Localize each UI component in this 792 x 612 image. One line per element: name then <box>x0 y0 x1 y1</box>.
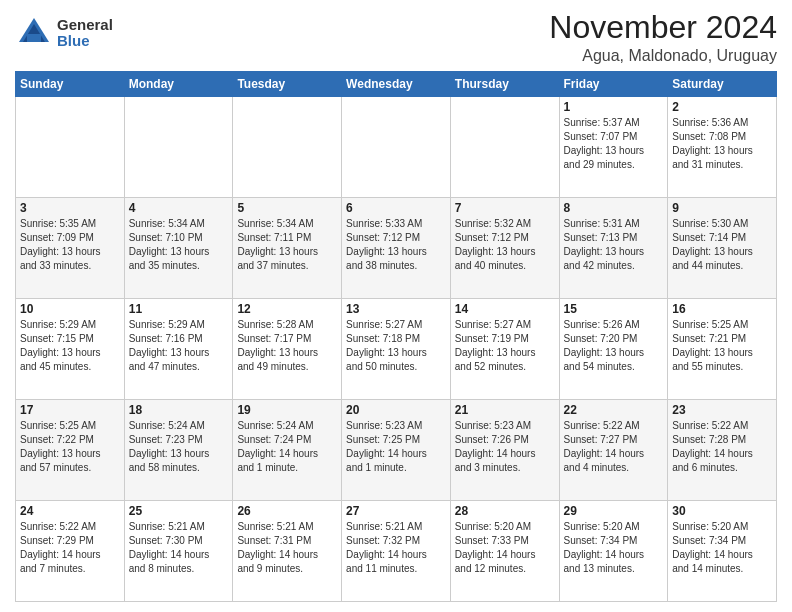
calendar-cell: 20Sunrise: 5:23 AMSunset: 7:25 PMDayligh… <box>342 400 451 501</box>
day-info: Sunrise: 5:26 AMSunset: 7:20 PMDaylight:… <box>564 318 664 374</box>
day-info: Sunrise: 5:21 AMSunset: 7:30 PMDaylight:… <box>129 520 229 576</box>
calendar-week-row: 24Sunrise: 5:22 AMSunset: 7:29 PMDayligh… <box>16 501 777 602</box>
calendar-cell: 19Sunrise: 5:24 AMSunset: 7:24 PMDayligh… <box>233 400 342 501</box>
weekday-header-monday: Monday <box>124 72 233 97</box>
calendar-cell: 4Sunrise: 5:34 AMSunset: 7:10 PMDaylight… <box>124 198 233 299</box>
day-number: 22 <box>564 403 664 417</box>
logo-icon <box>15 14 53 52</box>
day-number: 29 <box>564 504 664 518</box>
calendar-cell: 3Sunrise: 5:35 AMSunset: 7:09 PMDaylight… <box>16 198 125 299</box>
svg-rect-2 <box>27 34 41 42</box>
calendar-cell <box>124 97 233 198</box>
day-info: Sunrise: 5:21 AMSunset: 7:32 PMDaylight:… <box>346 520 446 576</box>
calendar-week-row: 3Sunrise: 5:35 AMSunset: 7:09 PMDaylight… <box>16 198 777 299</box>
logo-text: General Blue <box>57 17 113 50</box>
day-number: 8 <box>564 201 664 215</box>
day-info: Sunrise: 5:29 AMSunset: 7:15 PMDaylight:… <box>20 318 120 374</box>
logo-general-text: General <box>57 17 113 34</box>
day-number: 14 <box>455 302 555 316</box>
day-info: Sunrise: 5:30 AMSunset: 7:14 PMDaylight:… <box>672 217 772 273</box>
logo: General Blue <box>15 14 113 52</box>
day-number: 19 <box>237 403 337 417</box>
day-number: 25 <box>129 504 229 518</box>
day-number: 30 <box>672 504 772 518</box>
calendar-cell <box>16 97 125 198</box>
calendar-cell: 15Sunrise: 5:26 AMSunset: 7:20 PMDayligh… <box>559 299 668 400</box>
day-info: Sunrise: 5:22 AMSunset: 7:29 PMDaylight:… <box>20 520 120 576</box>
calendar-week-row: 17Sunrise: 5:25 AMSunset: 7:22 PMDayligh… <box>16 400 777 501</box>
day-number: 6 <box>346 201 446 215</box>
day-info: Sunrise: 5:23 AMSunset: 7:26 PMDaylight:… <box>455 419 555 475</box>
day-info: Sunrise: 5:27 AMSunset: 7:19 PMDaylight:… <box>455 318 555 374</box>
logo-blue-text: Blue <box>57 33 113 50</box>
day-number: 18 <box>129 403 229 417</box>
day-info: Sunrise: 5:24 AMSunset: 7:23 PMDaylight:… <box>129 419 229 475</box>
calendar-cell: 23Sunrise: 5:22 AMSunset: 7:28 PMDayligh… <box>668 400 777 501</box>
day-number: 20 <box>346 403 446 417</box>
calendar-cell <box>233 97 342 198</box>
day-info: Sunrise: 5:25 AMSunset: 7:22 PMDaylight:… <box>20 419 120 475</box>
calendar-cell: 30Sunrise: 5:20 AMSunset: 7:34 PMDayligh… <box>668 501 777 602</box>
calendar-cell: 28Sunrise: 5:20 AMSunset: 7:33 PMDayligh… <box>450 501 559 602</box>
day-info: Sunrise: 5:35 AMSunset: 7:09 PMDaylight:… <box>20 217 120 273</box>
calendar-cell: 1Sunrise: 5:37 AMSunset: 7:07 PMDaylight… <box>559 97 668 198</box>
page: General Blue November 2024 Agua, Maldona… <box>0 0 792 612</box>
day-number: 1 <box>564 100 664 114</box>
calendar-cell: 16Sunrise: 5:25 AMSunset: 7:21 PMDayligh… <box>668 299 777 400</box>
day-number: 17 <box>20 403 120 417</box>
day-number: 4 <box>129 201 229 215</box>
calendar-cell: 11Sunrise: 5:29 AMSunset: 7:16 PMDayligh… <box>124 299 233 400</box>
day-info: Sunrise: 5:37 AMSunset: 7:07 PMDaylight:… <box>564 116 664 172</box>
calendar-cell <box>342 97 451 198</box>
calendar-cell: 17Sunrise: 5:25 AMSunset: 7:22 PMDayligh… <box>16 400 125 501</box>
calendar-cell: 5Sunrise: 5:34 AMSunset: 7:11 PMDaylight… <box>233 198 342 299</box>
day-info: Sunrise: 5:34 AMSunset: 7:11 PMDaylight:… <box>237 217 337 273</box>
day-info: Sunrise: 5:33 AMSunset: 7:12 PMDaylight:… <box>346 217 446 273</box>
day-info: Sunrise: 5:31 AMSunset: 7:13 PMDaylight:… <box>564 217 664 273</box>
page-subtitle: Agua, Maldonado, Uruguay <box>549 47 777 65</box>
calendar-cell: 22Sunrise: 5:22 AMSunset: 7:27 PMDayligh… <box>559 400 668 501</box>
calendar-cell: 25Sunrise: 5:21 AMSunset: 7:30 PMDayligh… <box>124 501 233 602</box>
day-info: Sunrise: 5:36 AMSunset: 7:08 PMDaylight:… <box>672 116 772 172</box>
page-title: November 2024 <box>549 10 777 45</box>
day-info: Sunrise: 5:27 AMSunset: 7:18 PMDaylight:… <box>346 318 446 374</box>
header-row: General Blue November 2024 Agua, Maldona… <box>15 10 777 65</box>
calendar-week-row: 10Sunrise: 5:29 AMSunset: 7:15 PMDayligh… <box>16 299 777 400</box>
calendar-cell: 12Sunrise: 5:28 AMSunset: 7:17 PMDayligh… <box>233 299 342 400</box>
weekday-header-wednesday: Wednesday <box>342 72 451 97</box>
day-number: 3 <box>20 201 120 215</box>
day-number: 27 <box>346 504 446 518</box>
day-number: 21 <box>455 403 555 417</box>
day-number: 26 <box>237 504 337 518</box>
calendar-cell: 2Sunrise: 5:36 AMSunset: 7:08 PMDaylight… <box>668 97 777 198</box>
day-info: Sunrise: 5:32 AMSunset: 7:12 PMDaylight:… <box>455 217 555 273</box>
title-block: November 2024 Agua, Maldonado, Uruguay <box>549 10 777 65</box>
calendar-cell: 10Sunrise: 5:29 AMSunset: 7:15 PMDayligh… <box>16 299 125 400</box>
day-number: 24 <box>20 504 120 518</box>
day-number: 2 <box>672 100 772 114</box>
calendar-cell: 9Sunrise: 5:30 AMSunset: 7:14 PMDaylight… <box>668 198 777 299</box>
calendar-cell: 13Sunrise: 5:27 AMSunset: 7:18 PMDayligh… <box>342 299 451 400</box>
day-info: Sunrise: 5:24 AMSunset: 7:24 PMDaylight:… <box>237 419 337 475</box>
calendar-cell <box>450 97 559 198</box>
day-number: 16 <box>672 302 772 316</box>
weekday-header-sunday: Sunday <box>16 72 125 97</box>
weekday-header-tuesday: Tuesday <box>233 72 342 97</box>
day-number: 13 <box>346 302 446 316</box>
weekday-header-saturday: Saturday <box>668 72 777 97</box>
day-number: 11 <box>129 302 229 316</box>
calendar-week-row: 1Sunrise: 5:37 AMSunset: 7:07 PMDaylight… <box>16 97 777 198</box>
calendar-cell: 21Sunrise: 5:23 AMSunset: 7:26 PMDayligh… <box>450 400 559 501</box>
calendar-cell: 24Sunrise: 5:22 AMSunset: 7:29 PMDayligh… <box>16 501 125 602</box>
day-number: 10 <box>20 302 120 316</box>
calendar-cell: 18Sunrise: 5:24 AMSunset: 7:23 PMDayligh… <box>124 400 233 501</box>
calendar: SundayMondayTuesdayWednesdayThursdayFrid… <box>15 71 777 602</box>
calendar-cell: 7Sunrise: 5:32 AMSunset: 7:12 PMDaylight… <box>450 198 559 299</box>
calendar-header-row: SundayMondayTuesdayWednesdayThursdayFrid… <box>16 72 777 97</box>
day-number: 23 <box>672 403 772 417</box>
day-number: 12 <box>237 302 337 316</box>
calendar-cell: 6Sunrise: 5:33 AMSunset: 7:12 PMDaylight… <box>342 198 451 299</box>
day-info: Sunrise: 5:34 AMSunset: 7:10 PMDaylight:… <box>129 217 229 273</box>
day-number: 5 <box>237 201 337 215</box>
calendar-cell: 26Sunrise: 5:21 AMSunset: 7:31 PMDayligh… <box>233 501 342 602</box>
